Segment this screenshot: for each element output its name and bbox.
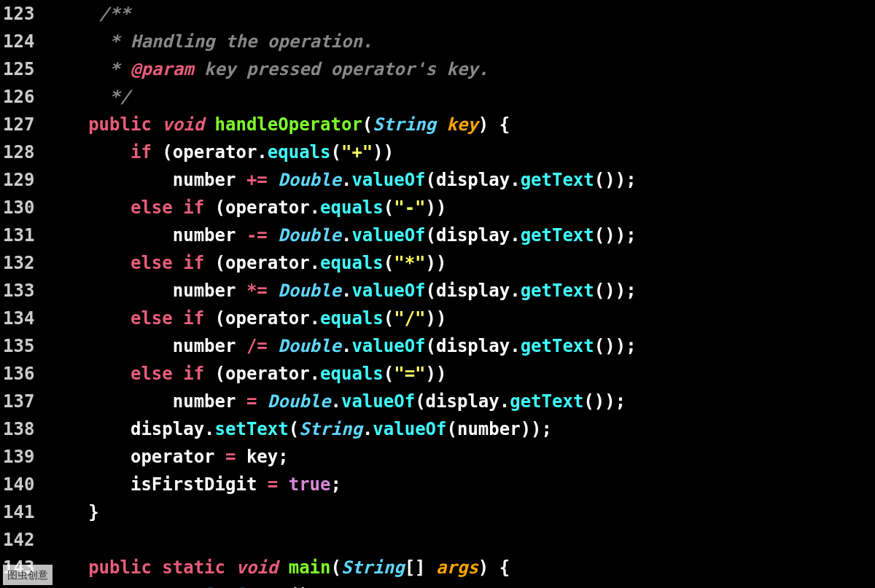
brace: { bbox=[489, 557, 510, 578]
punct: )) bbox=[373, 142, 394, 162]
code-line[interactable]: else if (operator.equals("/")) bbox=[46, 305, 875, 332]
line-number: 134 bbox=[3, 305, 34, 332]
punct: . bbox=[204, 419, 214, 439]
code-line[interactable]: isFirstDigit = true; bbox=[46, 471, 875, 498]
punct: ( bbox=[426, 336, 436, 356]
code-line[interactable]: else if (operator.equals("*")) bbox=[46, 249, 875, 277]
punct: . bbox=[310, 308, 320, 329]
comment-text: key pressed operator's key. bbox=[194, 59, 489, 79]
punct: . bbox=[310, 253, 320, 273]
keyword: if bbox=[183, 308, 204, 329]
comment-open: /** bbox=[99, 4, 131, 24]
string-literal: "/" bbox=[394, 308, 425, 329]
method-call: getText bbox=[521, 170, 594, 190]
code-line[interactable]: * Handling the operation. bbox=[46, 28, 875, 55]
punct: ; bbox=[278, 447, 288, 467]
code-line[interactable]: */ bbox=[46, 83, 875, 111]
keyword: else bbox=[131, 197, 173, 218]
keyword: if bbox=[131, 142, 152, 162]
code-line[interactable]: number *= Double.valueOf(display.getText… bbox=[46, 277, 875, 305]
type: String bbox=[341, 557, 405, 578]
identifier: key bbox=[246, 447, 278, 467]
punct: )) bbox=[426, 197, 447, 218]
method-call: setText bbox=[215, 419, 289, 439]
method-call: equals bbox=[268, 142, 331, 162]
comment-close: */ bbox=[99, 87, 131, 107]
code-line[interactable]: display.setText(String.valueOf(number)); bbox=[46, 415, 875, 443]
punct: ()); bbox=[583, 391, 626, 412]
keyword: public bbox=[88, 114, 152, 135]
code-line[interactable]: number += Double.valueOf(display.getText… bbox=[46, 166, 875, 194]
punct: . bbox=[510, 281, 520, 301]
operator: = bbox=[257, 474, 288, 495]
punct: ()); bbox=[594, 281, 637, 301]
type: String bbox=[299, 419, 362, 439]
punct: ) bbox=[478, 557, 489, 578]
code-line[interactable]: /** bbox=[46, 0, 875, 28]
string-literal: "*" bbox=[394, 253, 425, 273]
keyword: void bbox=[236, 557, 278, 578]
method-call: valueOf bbox=[351, 336, 425, 356]
punct: ( bbox=[384, 253, 394, 273]
punct: ( bbox=[384, 197, 394, 218]
punct: ( bbox=[331, 142, 341, 162]
code-line[interactable]: new JCalculator() bbox=[46, 581, 875, 588]
code-line[interactable]: number -= Double.valueOf(display.getText… bbox=[46, 222, 875, 249]
punct: )) bbox=[426, 308, 447, 329]
punct: ( bbox=[384, 364, 394, 384]
punct: . bbox=[257, 142, 267, 162]
line-number: 133 bbox=[3, 277, 34, 305]
code-line[interactable]: else if (operator.equals("=")) bbox=[46, 360, 875, 388]
identifier: number bbox=[173, 336, 236, 356]
line-number: 130 bbox=[3, 194, 34, 222]
identifier: display bbox=[436, 225, 510, 246]
doc-tag: @param bbox=[131, 59, 194, 79]
punct: ( bbox=[204, 364, 225, 384]
code-line[interactable]: number = Double.valueOf(display.getText(… bbox=[46, 388, 875, 415]
code-line[interactable]: operator = key; bbox=[46, 443, 875, 471]
code-editor[interactable]: 123 124 125 126 127 128 129 130 131 132 … bbox=[0, 0, 875, 588]
method-call: equals bbox=[320, 253, 384, 273]
punct: ( bbox=[204, 197, 225, 218]
code-line[interactable] bbox=[46, 526, 875, 554]
arg: args bbox=[436, 557, 478, 578]
string-literal: "+" bbox=[341, 142, 373, 162]
punct: . bbox=[331, 391, 341, 412]
keyword: else bbox=[131, 253, 173, 273]
code-line[interactable]: if (operator.equals("+")) bbox=[46, 138, 875, 166]
punct: ()); bbox=[594, 225, 637, 246]
method-call: valueOf bbox=[373, 419, 446, 439]
code-line[interactable]: * @param key pressed operator's key. bbox=[46, 55, 875, 83]
code-line[interactable]: number /= Double.valueOf(display.getText… bbox=[46, 332, 875, 360]
punct: ( bbox=[204, 308, 225, 329]
code-line[interactable]: else if (operator.equals("-")) bbox=[46, 194, 875, 222]
line-number: 142 bbox=[3, 526, 34, 554]
method-call: getText bbox=[521, 336, 594, 356]
type: String bbox=[373, 114, 436, 135]
punct: )) bbox=[426, 253, 447, 273]
punct: ( bbox=[426, 170, 436, 190]
method-call: valueOf bbox=[351, 281, 425, 301]
identifier: number bbox=[457, 419, 521, 439]
punct: . bbox=[510, 225, 520, 246]
line-number: 123 bbox=[3, 0, 34, 28]
keyword: else bbox=[131, 308, 173, 329]
line-number: 138 bbox=[3, 415, 34, 443]
keyword: if bbox=[183, 364, 204, 384]
boolean-literal: true bbox=[289, 474, 331, 495]
code-line[interactable]: public void handleOperator(String key) { bbox=[46, 111, 875, 138]
punct: [] bbox=[405, 557, 426, 578]
identifier: operator bbox=[131, 447, 215, 467]
code-area[interactable]: /** * Handling the operation. * @param k… bbox=[40, 0, 875, 588]
type: Double bbox=[278, 281, 341, 301]
code-line[interactable]: public static void main(String[] args) { bbox=[46, 554, 875, 581]
line-number: 139 bbox=[3, 443, 34, 471]
keyword: if bbox=[183, 197, 204, 218]
code-line[interactable]: } bbox=[46, 498, 875, 526]
punct: . bbox=[510, 336, 520, 356]
punct: . bbox=[310, 197, 320, 218]
watermark-badge: 图虫创意 bbox=[3, 565, 52, 585]
method-name: handleOperator bbox=[215, 114, 362, 135]
line-number: 125 bbox=[3, 55, 34, 83]
keyword: new bbox=[131, 585, 162, 588]
